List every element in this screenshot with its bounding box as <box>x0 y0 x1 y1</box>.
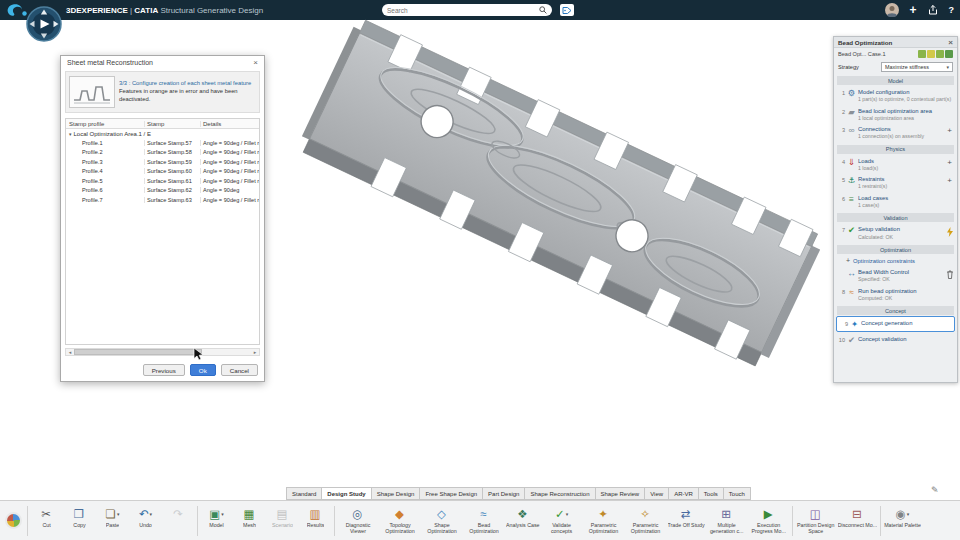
load-cases-icon: ≡ <box>845 194 858 204</box>
scroll-left-icon[interactable]: ◂ <box>66 349 74 355</box>
section-validation: Validation <box>837 213 954 222</box>
tab[interactable]: Shape Reconstruction <box>524 487 595 500</box>
scrollbar-thumb[interactable] <box>74 349 202 355</box>
help-icon[interactable]: ? <box>949 5 955 15</box>
toolbar-item[interactable]: ◇ Shape Optimization <box>421 506 463 536</box>
table-header[interactable]: Stamp profile Stamp Details <box>66 119 259 129</box>
toolbar-item[interactable]: ≈ Bead Optimization <box>463 506 505 536</box>
toolbar-item[interactable]: ◉▾ Material Palette <box>883 506 922 536</box>
toolbar-item[interactable]: ✦ Parametric Optimization <box>583 506 625 536</box>
strategy-select[interactable]: Maximize stiffness ▾ <box>881 62 953 72</box>
step-loads[interactable]: 4 ⇓ Loads1 load(s) + <box>834 155 957 174</box>
toolbar-item[interactable]: ⇄ Trade Off Study <box>667 506 706 536</box>
toolbar-item[interactable]: ✂ Cut <box>30 506 63 536</box>
chevron-down-icon: ▾ <box>946 64 949 70</box>
tab[interactable]: Part Design <box>482 487 525 500</box>
toolbar-item[interactable]: ↷ <box>162 506 195 536</box>
toolbar-item[interactable]: ⊞ Multiple generation c... <box>706 506 748 536</box>
step-concept-validation[interactable]: 10 ✔ Concept validation <box>834 333 957 348</box>
close-icon[interactable]: × <box>253 58 258 67</box>
toolbar-group-optimization: ◎ Diagnostic Viewer ◆ Topology Optimizat… <box>337 506 790 536</box>
tab[interactable]: View <box>644 487 669 500</box>
gear-icon: ⚙ <box>845 88 858 98</box>
toolbar-item[interactable]: ✓▾ Validate concepts <box>541 506 583 536</box>
tab[interactable]: Standard <box>286 487 322 500</box>
optimization-constraints-row[interactable]: + Optimization constraints <box>834 255 957 266</box>
action-pad-icon[interactable] <box>5 512 22 529</box>
top-bar: 3DEXPERIENCE | CATIA Structural Generati… <box>0 0 960 20</box>
toolbar-item[interactable]: ❐ Copy <box>63 506 96 536</box>
toolbar-item-icon: ✓ <box>555 507 565 522</box>
ok-button[interactable]: Ok <box>190 364 216 376</box>
add-icon[interactable]: + <box>846 257 850 264</box>
chevron-down-icon[interactable]: ▾ <box>69 131 72 137</box>
tab[interactable]: Design Study <box>321 487 371 500</box>
check-icon: ✔ <box>845 335 858 345</box>
scroll-right-icon[interactable]: ▸ <box>251 349 259 355</box>
tab[interactable]: Touch <box>723 487 751 500</box>
toolbar-item[interactable]: ◆ Topology Optimization <box>379 506 421 536</box>
step-bead-local-optimization-area[interactable]: 2 ▰ Bead local optimization area1 local … <box>834 105 957 124</box>
tab[interactable]: Shape Review <box>595 487 646 500</box>
toolbar-item[interactable]: ▶ Execution Progress Mo... <box>748 506 790 536</box>
share-icon[interactable] <box>927 4 939 16</box>
tab[interactable]: Shape Design <box>371 487 421 500</box>
search-box[interactable] <box>382 4 552 16</box>
toolbar-item[interactable]: ⊟ Disconnect Mo... <box>837 506 878 536</box>
toolbar-item-icon: ↷ <box>173 507 183 522</box>
step-connections[interactable]: 3 ∞ Connections1 connection(s) on assemb… <box>834 123 957 142</box>
step-run-bead-optimization[interactable]: 8 ≈ Run bead optimizationComputed: OK <box>834 285 957 304</box>
3d-compass[interactable] <box>26 6 62 46</box>
table-row[interactable]: Profile.5 Surface Stamp.61 Angle = 90deg… <box>66 176 259 186</box>
toolbar-item[interactable]: ▣▾ Model <box>200 506 233 536</box>
horizontal-scrollbar[interactable]: ◂ ▸ <box>65 348 260 356</box>
tab[interactable]: Tools <box>698 487 724 500</box>
toolbar-item[interactable]: ✧ Parametric Optimization <box>625 506 667 536</box>
toolbar-item[interactable]: ↶▾ Undo <box>129 506 162 536</box>
user-avatar[interactable] <box>885 3 899 17</box>
tree-root-row[interactable]: ▾ Local Optimization Area.1 / E <box>66 129 259 138</box>
status-icon <box>936 50 944 58</box>
toolbar-item[interactable]: ▥ Results <box>299 506 332 536</box>
tab[interactable]: Free Shape Design <box>419 487 483 500</box>
toolbar-item[interactable]: ❏▾ Paste <box>96 506 129 536</box>
chevron-down-icon: ▾ <box>150 511 153 517</box>
table-row[interactable]: Profile.6 Surface Stamp.62 Angle = 90deg <box>66 186 259 196</box>
compute-icon[interactable] <box>946 227 954 237</box>
load-arrow-icon: ⇓ <box>845 157 858 167</box>
table-row[interactable]: Profile.7 Surface Stamp.63 Angle = 90deg… <box>66 195 259 205</box>
toolbar-item[interactable]: ▦ Mesh <box>233 506 266 536</box>
trash-icon[interactable] <box>946 270 954 279</box>
step-bead-width-control[interactable]: ↔ Bead Width ControlSpecified: OK <box>834 266 957 285</box>
add-icon[interactable]: + <box>945 158 954 167</box>
table-row[interactable]: Profile.3 Surface Stamp.59 Angle = 90deg… <box>66 157 259 167</box>
toolbar-item[interactable]: ❖ Analysis Case <box>505 506 541 536</box>
cancel-button[interactable]: Cancel <box>221 364 258 376</box>
table-row[interactable]: Profile.2 Surface Stamp.58 Angle = 90deg… <box>66 148 259 158</box>
tab[interactable]: AR-VR <box>668 487 699 500</box>
add-icon[interactable]: + <box>945 176 954 185</box>
table-row[interactable]: Profile.1 Surface Stamp.57 Angle = 90deg… <box>66 138 259 148</box>
add-content-icon[interactable]: + <box>909 4 916 16</box>
3d-model-sheet-metal-part[interactable] <box>300 18 820 378</box>
toolbar-item[interactable]: ▤ Scenario <box>266 506 299 536</box>
tag-icon[interactable] <box>560 4 574 16</box>
dialog-title-bar[interactable]: Sheet metal Reconstruction × <box>61 56 264 69</box>
step-model-configuration[interactable]: 1 ⚙ Model configuration1 part(s) to opti… <box>834 86 957 105</box>
ink-annotation-icon[interactable]: ✎ <box>931 485 939 495</box>
panel-title-bar[interactable]: Bead Optimization × <box>834 37 957 48</box>
add-icon[interactable]: + <box>945 126 954 135</box>
step-load-cases[interactable]: 6 ≡ Load cases1 case(s) <box>834 192 957 211</box>
toolbar-item[interactable]: ◎ Diagnostic Viewer <box>337 506 379 536</box>
step-concept-generation[interactable]: 9 ✦ Concept generation <box>836 316 955 332</box>
top-bar-actions: + ? <box>885 0 954 20</box>
search-input[interactable] <box>387 7 536 14</box>
previous-button[interactable]: Previous <box>143 364 185 376</box>
close-icon[interactable]: × <box>948 38 953 47</box>
table-row[interactable]: Profile.4 Surface Stamp.60 Angle = 90deg… <box>66 167 259 177</box>
toolbar-item[interactable]: ◫ Partition Design Space <box>795 506 837 536</box>
case-row: Bead Opt... Case.1 <box>834 48 957 60</box>
step-setup-validation[interactable]: 7 ✔ Setup validationCalculated: OK <box>834 223 957 242</box>
step-restraints[interactable]: 5 ⚓ Restraints1 restraint(s) + <box>834 173 957 192</box>
bead-optimization-panel: Bead Optimization × Bead Opt... Case.1 S… <box>833 36 958 383</box>
